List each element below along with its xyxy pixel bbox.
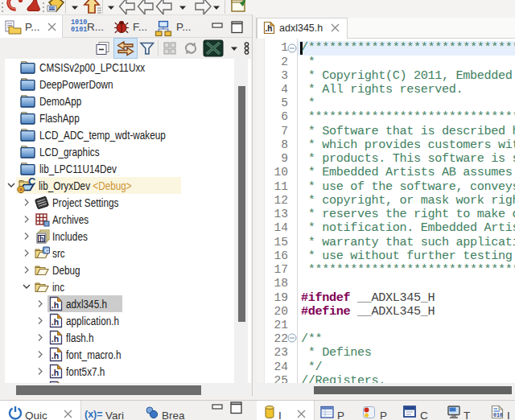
svg-text:.h: .h (52, 351, 59, 360)
svg-text:.h: .h (52, 300, 59, 310)
svg-text:.h: .h (52, 368, 59, 377)
svg-text:C: C (45, 247, 50, 254)
svg-text:h: h (39, 235, 44, 243)
svg-text:C: C (28, 177, 36, 187)
svg-text:010: 010 (493, 413, 503, 418)
svg-text:.h: .h (52, 317, 59, 327)
svg-text:.h: .h (266, 24, 273, 33)
svg-text:.h: .h (52, 334, 59, 344)
